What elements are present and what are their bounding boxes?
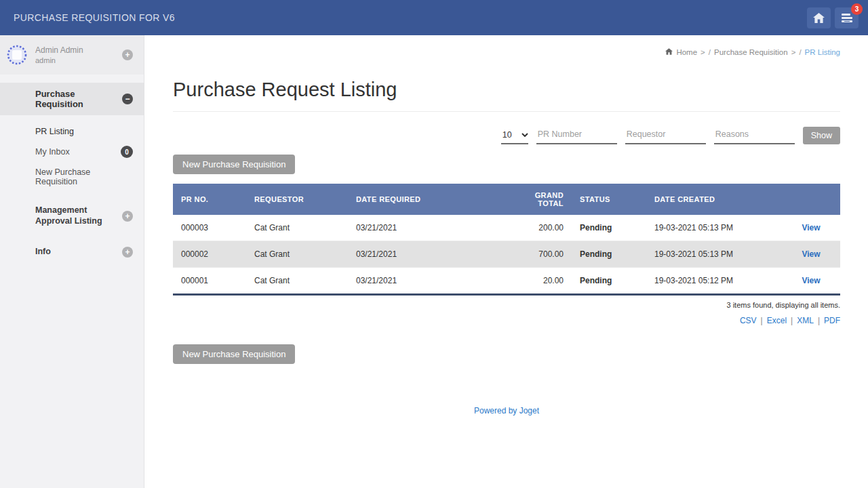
pr-number-input[interactable]	[536, 127, 617, 144]
cell-grand-total: 20.00	[504, 268, 572, 295]
home-icon	[813, 13, 825, 23]
breadcrumb-arrow: >	[701, 48, 705, 56]
view-link[interactable]: View	[802, 249, 820, 259]
export-separator: |	[818, 316, 820, 325]
page-title: Purchase Request Listing	[173, 79, 840, 101]
menu-item-label: My Inbox	[35, 147, 70, 157]
show-button[interactable]: Show	[803, 127, 840, 144]
inbox-button[interactable]: 3	[835, 7, 859, 28]
export-separator: |	[791, 316, 793, 325]
breadcrumb-slash: /	[799, 48, 801, 56]
new-purchase-requisition-button-bottom[interactable]: New Purchase Requisition	[173, 344, 295, 364]
sidebar: Admin Admin admin + Purchase Requisition…	[0, 35, 144, 488]
column-header-pr-no: PR NO.	[173, 184, 246, 215]
breadcrumb-home[interactable]: Home	[676, 48, 697, 56]
main-content: Home > / Purchase Requisition > / PR Lis…	[144, 35, 868, 488]
menu-section-label: Management Approval Listing	[35, 205, 115, 226]
cell-date-required: 03/21/2021	[348, 241, 504, 268]
table-row: 000002 Cat Grant 03/21/2021 700.00 Pendi…	[173, 241, 840, 268]
user-username: admin	[35, 56, 83, 64]
app-window: PURCHASE REQUISITION FOR V6 3	[0, 0, 868, 488]
column-header-date-required: DATE REQUIRED	[348, 184, 504, 215]
menu-header-label: Purchase Requisition	[35, 89, 122, 109]
column-header-date-created: DATE CREATED	[646, 184, 782, 215]
table-row: 000001 Cat Grant 03/21/2021 20.00 Pendin…	[173, 268, 840, 295]
cell-pr-no: 000002	[173, 241, 246, 268]
expand-plus-icon[interactable]: +	[122, 211, 133, 222]
export-separator: |	[761, 316, 763, 325]
user-info: Admin Admin admin	[35, 45, 83, 64]
column-header-grand-total: GRAND TOTAL	[504, 184, 572, 215]
column-header-requestor: REQUESTOR	[246, 184, 348, 215]
reasons-input[interactable]	[714, 127, 795, 144]
cell-requestor: Cat Grant	[246, 215, 348, 241]
filter-row: 10 Show	[173, 127, 840, 144]
view-link[interactable]: View	[802, 276, 820, 285]
expand-plus-icon[interactable]: +	[122, 247, 133, 258]
status-badge: Pending	[572, 241, 646, 268]
cell-date-created: 19-03-2021 05:13 PM	[646, 241, 782, 268]
export-csv-link[interactable]: CSV	[740, 316, 757, 325]
view-link[interactable]: View	[802, 223, 820, 232]
table-header-row: PR NO. REQUESTOR DATE REQUIRED GRAND TOT…	[173, 184, 840, 215]
breadcrumb: Home > / Purchase Requisition > / PR Lis…	[173, 35, 840, 56]
powered-by-joget-link[interactable]: Powered by Joget	[474, 406, 539, 415]
inbox-count-badge: 3	[851, 3, 863, 15]
collapse-minus-icon[interactable]: −	[122, 94, 133, 104]
cell-date-created: 19-03-2021 05:12 PM	[646, 268, 782, 295]
export-pdf-link[interactable]: PDF	[824, 316, 840, 325]
menu-item-label: New Purchase Requisition	[35, 167, 133, 186]
inbox-list-icon	[841, 13, 853, 23]
cell-pr-no: 000001	[173, 268, 246, 295]
cell-grand-total: 700.00	[504, 241, 572, 268]
table-summary: 3 items found, displaying all items.	[173, 301, 840, 309]
sidebar-item-pr-listing[interactable]: PR Listing	[0, 122, 144, 141]
sidebar-item-purchase-requisition[interactable]: Purchase Requisition −	[0, 83, 144, 115]
breadcrumb-purchase-requisition[interactable]: Purchase Requisition	[714, 48, 788, 56]
cell-pr-no: 000003	[173, 215, 246, 241]
sidebar-item-new-purchase-requisition[interactable]: New Purchase Requisition	[0, 163, 144, 191]
cell-date-created: 19-03-2021 05:13 PM	[646, 215, 782, 241]
status-badge: Pending	[572, 268, 646, 295]
topbar-actions: 3	[807, 7, 859, 28]
table-row: 000003 Cat Grant 03/21/2021 200.00 Pendi…	[173, 215, 840, 241]
page-size-select-wrap: 10	[501, 127, 528, 144]
topbar: PURCHASE REQUISITION FOR V6 3	[0, 0, 868, 35]
sidebar-item-management-approval-listing[interactable]: Management Approval Listing +	[0, 199, 144, 232]
breadcrumb-slash: /	[709, 48, 711, 56]
export-links: CSV|Excel|XML|PDF	[173, 316, 840, 325]
home-icon	[665, 48, 673, 56]
pr-listing-table: PR NO. REQUESTOR DATE REQUIRED GRAND TOT…	[173, 184, 840, 296]
title-divider	[173, 111, 840, 112]
app-title: PURCHASE REQUISITION FOR V6	[14, 12, 175, 23]
cell-date-required: 03/21/2021	[348, 268, 504, 295]
user-name: Admin Admin	[35, 45, 83, 55]
user-section: Admin Admin admin +	[0, 35, 144, 75]
export-excel-link[interactable]: Excel	[767, 316, 787, 325]
footer: Powered by Joget	[173, 406, 840, 415]
sidebar-menu: PR Listing My Inbox 0 New Purchase Requi…	[0, 115, 144, 191]
cell-date-required: 03/21/2021	[348, 215, 504, 241]
breadcrumb-arrow: >	[791, 48, 796, 56]
cell-grand-total: 200.00	[504, 215, 572, 241]
cell-requestor: Cat Grant	[246, 241, 348, 268]
status-badge: Pending	[572, 215, 646, 241]
cell-requestor: Cat Grant	[246, 268, 348, 295]
menu-item-label: PR Listing	[35, 127, 74, 136]
my-inbox-count-badge: 0	[121, 146, 133, 158]
requestor-input[interactable]	[625, 127, 706, 144]
home-button[interactable]	[807, 7, 831, 28]
sidebar-item-info[interactable]: Info +	[0, 241, 144, 264]
column-header-actions	[782, 184, 840, 215]
breadcrumb-current: PR Listing	[805, 48, 840, 56]
menu-section-label: Info	[35, 247, 51, 258]
user-expand-plus-icon[interactable]: +	[122, 49, 133, 60]
page-size-select[interactable]: 10	[501, 127, 528, 144]
new-purchase-requisition-button-top[interactable]: New Purchase Requisition	[173, 155, 295, 174]
user-avatar	[7, 45, 27, 65]
column-header-status: STATUS	[572, 184, 646, 215]
sidebar-item-my-inbox[interactable]: My Inbox 0	[0, 141, 144, 163]
export-xml-link[interactable]: XML	[797, 316, 814, 325]
